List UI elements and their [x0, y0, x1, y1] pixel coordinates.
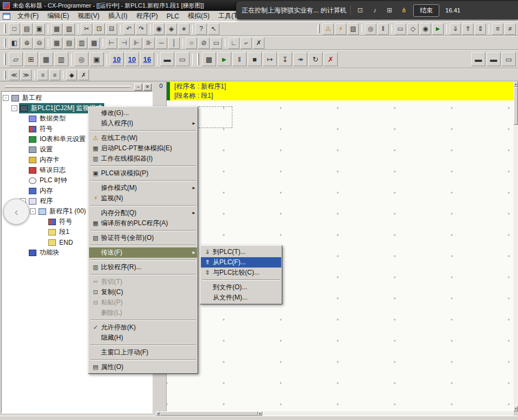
expander-icon[interactable]: -	[30, 208, 36, 214]
submenu-item-compare-with-plc[interactable]: ⇕与PLC比较(C)...	[201, 268, 281, 278]
context-menu-item-memory-allocation[interactable]: 内存分配(Q)►	[89, 208, 197, 218]
menu-view[interactable]: 视图(V)	[73, 10, 104, 22]
context-menu-item-float-in-main-window[interactable]: 主窗口上浮动(F)	[89, 347, 197, 358]
context-menu-item-insert-program[interactable]: 插入程序(I)►	[89, 118, 197, 129]
pane-close-button[interactable]: ✕	[143, 84, 151, 91]
force-reset-button[interactable]: ≠	[504, 23, 516, 35]
continuous-step-button[interactable]: ↠	[293, 52, 307, 66]
indent-rung-button[interactable]: ≫	[21, 69, 31, 80]
new-file-button[interactable]: □	[9, 23, 20, 35]
expand-icon[interactable]: ⊞	[384, 5, 395, 15]
block-end-button[interactable]: ⌐	[241, 37, 252, 49]
vertical-scroll-thumb[interactable]	[514, 87, 518, 125]
usb-icon[interactable]: ⋔	[399, 5, 409, 15]
vertical-scrollbar[interactable]: ▲ ▼	[514, 81, 518, 411]
help-button[interactable]: ?	[195, 23, 207, 35]
redo-button[interactable]: ↷	[136, 23, 147, 35]
remote-side-handle[interactable]: ‹	[3, 199, 29, 225]
print-preview-button[interactable]: ▧	[64, 23, 75, 35]
context-menu-item-work-online-simulator[interactable]: ▥工作在线模拟器(I)	[89, 154, 197, 164]
coil-button[interactable]: ○	[186, 37, 197, 49]
grid-toggle-button[interactable]: ▦	[51, 37, 62, 49]
memory-pane-button[interactable]: ▭	[502, 52, 516, 66]
horizontal-line-button[interactable]: ─	[156, 37, 167, 49]
scroll-left-button[interactable]: ◄	[156, 411, 160, 416]
simulator-run-button[interactable]: ►	[217, 52, 231, 66]
close-tool-button[interactable]: ✗	[78, 69, 89, 80]
program-mode-button[interactable]: ▭	[395, 23, 406, 35]
context-menu-item-verify-symbols[interactable]: ▧验证符号(全部)(O)	[89, 233, 197, 243]
context-menu-item-compare-program[interactable]: ▥比较程序(R)...	[89, 262, 197, 272]
compare-with-plc-button[interactable]: ⇕	[475, 23, 486, 35]
local-symbols-button[interactable]: ▣	[90, 52, 104, 66]
menu-file[interactable]: 文件(F)	[13, 10, 43, 22]
context-menu-item-copy[interactable]: ⊡复制(C)	[89, 287, 197, 297]
breakpoint-button[interactable]: ✗	[324, 52, 338, 66]
cross-reference-button[interactable]: ◎	[74, 52, 89, 66]
submenu-item-to-plc[interactable]: ⇓到PLC(T)...	[201, 247, 281, 257]
context-menu-item-properties[interactable]: ▤属性(O)	[89, 362, 197, 372]
display-icon[interactable]: ⊡	[355, 5, 365, 15]
step-run-button[interactable]: ↦	[263, 52, 277, 66]
context-menu-item-hide[interactable]: 隐藏(H)	[89, 333, 197, 343]
context-menu-item-operating-mode[interactable]: 操作模式(M)►	[89, 183, 197, 193]
scroll-right-button[interactable]: ►	[258, 411, 262, 416]
monitor-mode-button[interactable]: ◉	[420, 23, 431, 35]
find-button[interactable]: ◉	[153, 23, 165, 35]
auto-online-button[interactable]: ⚡	[335, 23, 346, 35]
run-mode-button[interactable]: ►	[432, 23, 444, 35]
context-menu-item-transfer[interactable]: 传送(F)►	[89, 247, 197, 258]
end-session-button[interactable]: 结束	[413, 4, 439, 17]
context-menu-item-allow-docking[interactable]: ✓允许停放(K)	[89, 322, 197, 333]
symbol-bar-button[interactable]: ≡	[37, 69, 48, 80]
vertical-line-button[interactable]: │	[168, 37, 180, 49]
open-file-button[interactable]: ▤	[21, 23, 33, 35]
annotation-rows-button[interactable]: ▭	[175, 52, 189, 66]
monitor-toggle-button[interactable]: ◎	[365, 23, 376, 35]
horizontal-scrollbar[interactable]: ◄ ►	[156, 411, 514, 416]
menu-insert[interactable]: 插入(I)	[104, 10, 131, 22]
pane-drag-grip[interactable]	[5, 86, 130, 88]
expander-icon[interactable]: -	[3, 95, 9, 101]
zoom-16-button[interactable]: 16	[140, 52, 154, 66]
debug-mode-button[interactable]: ◇	[407, 23, 419, 35]
pause-monitoring-button[interactable]: ‖	[377, 23, 389, 35]
simulator-pause-button[interactable]: ‖	[232, 52, 247, 66]
outdent-rung-button[interactable]: ≪	[9, 69, 20, 80]
or-contact-closed-button[interactable]: ⊪	[143, 37, 155, 49]
cascade-windows-button[interactable]: ▱	[9, 52, 23, 66]
output-pane-button[interactable]: ▬	[471, 52, 485, 66]
toggle-project-tree-button[interactable]: ◧	[9, 37, 20, 49]
context-menu-item-plc-error-simulation[interactable]: ▣PLC错误模拟(P)	[89, 168, 197, 179]
menu-program[interactable]: 程序(P)	[132, 10, 162, 22]
zoom-in-button[interactable]: ⊕	[21, 37, 33, 49]
scroll-down-button[interactable]: ▼	[514, 406, 518, 411]
transfer-to-plc-button[interactable]: ⇓	[450, 23, 461, 35]
undo-button[interactable]: ↶	[123, 23, 135, 35]
context-menu-item-monitor[interactable]: ⚡监视(N)	[89, 193, 197, 203]
context-menu-item-work-online[interactable]: ⚠在线工作(W)	[89, 133, 197, 143]
tree-item-new-project[interactable]: - 新工程	[3, 93, 152, 103]
contact-closed-button[interactable]: ⊣	[118, 37, 130, 49]
contact-open-button[interactable]: ⊢	[106, 37, 117, 49]
delete-rung-button[interactable]: ✗	[253, 37, 264, 49]
scroll-up-button[interactable]: ▲	[514, 81, 518, 87]
output-window-button[interactable]: ▦	[39, 52, 53, 66]
cut-button[interactable]: ✂	[81, 23, 92, 35]
comment-bar-button[interactable]: ≡	[49, 69, 60, 80]
rung-comment-button[interactable]: ▩	[89, 37, 100, 49]
step-in-button[interactable]: ↧	[278, 52, 292, 66]
watch-pane-button[interactable]: ▬	[487, 52, 501, 66]
submenu-item-from-file[interactable]: 从文件(M)...	[201, 292, 281, 303]
closed-coil-button[interactable]: ⊘	[198, 37, 210, 49]
expander-icon[interactable]: -	[11, 105, 17, 111]
submenu-item-to-file[interactable]: 到文件(O)...	[201, 282, 281, 292]
context-help-button[interactable]: ↖	[208, 23, 219, 35]
zoom-out-button[interactable]: ⊖	[34, 37, 45, 49]
or-contact-open-button[interactable]: ⊩	[131, 37, 142, 49]
simulator-stop-button[interactable]: ■	[248, 52, 262, 66]
simulator-online-button[interactable]: ▩	[202, 52, 216, 66]
horizontal-scroll-thumb[interactable]	[160, 411, 258, 416]
menu-edit[interactable]: 编辑(E)	[43, 10, 73, 22]
block-start-button[interactable]: ∟	[228, 37, 239, 49]
